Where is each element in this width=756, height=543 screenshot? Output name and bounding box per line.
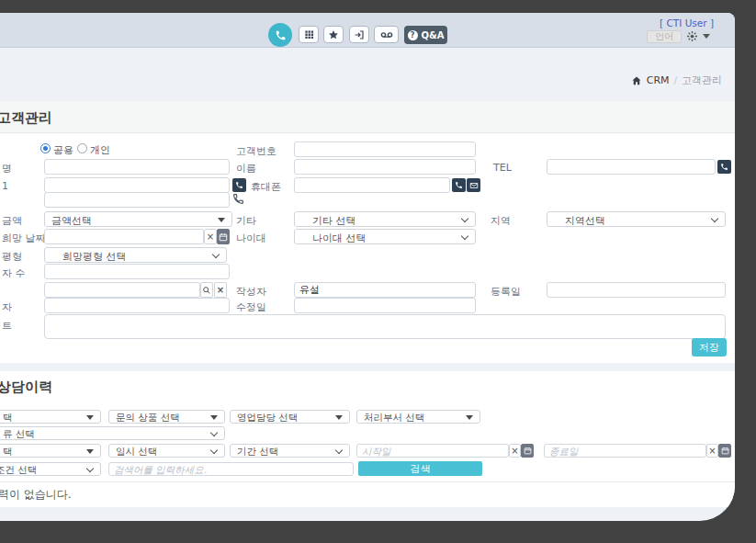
dial-button[interactable]: [268, 23, 292, 47]
phone-icon: [455, 181, 463, 189]
size-select[interactable]: 희망평형 선택: [44, 247, 227, 263]
start-date-clear-button[interactable]: ×: [509, 444, 521, 458]
start-date-input[interactable]: [356, 444, 509, 458]
dropdown-arrow-icon: [86, 449, 94, 454]
hope-date-input[interactable]: [44, 229, 204, 244]
calendar-icon: [721, 447, 729, 455]
period-select[interactable]: 기간 선택: [230, 444, 350, 458]
hope-date-label-cut: 희망 날짜: [2, 232, 46, 245]
dropdown-arrow-icon: [466, 415, 473, 420]
age-select-value: 나이대 선택: [301, 232, 367, 244]
etc-select[interactable]: 기타 선택: [294, 211, 476, 227]
settings-button[interactable]: [686, 30, 698, 42]
radio-personal-label[interactable]: 개인: [90, 143, 110, 157]
product-select[interactable]: 문의 상품 선택: [108, 410, 225, 424]
etc-select-value: 기타 선택: [301, 215, 356, 227]
end-date-calendar-button[interactable]: [718, 444, 731, 458]
settings-caret-icon[interactable]: [703, 34, 710, 39]
sales-select[interactable]: 영업담당 선택: [230, 410, 350, 424]
category-select[interactable]: 류 선택: [0, 426, 225, 440]
reg-date-label: 등록일: [491, 285, 521, 299]
mod-date-input[interactable]: [294, 298, 476, 313]
customer-name-label-cut: 명: [2, 162, 12, 175]
end-date-clear-button[interactable]: ×: [706, 444, 718, 458]
breadcrumb-root[interactable]: CRM: [647, 74, 670, 86]
radio-personal[interactable]: [77, 143, 87, 153]
close-icon: ×: [708, 446, 716, 456]
filter-select-1[interactable]: 택: [0, 410, 101, 424]
amount-select-value: 금액선택: [51, 215, 92, 227]
chevron-down-icon: [212, 251, 220, 258]
end-date-input[interactable]: [544, 444, 706, 458]
lookup-search-button[interactable]: [200, 282, 213, 298]
name-input[interactable]: [294, 159, 476, 175]
filter-select-3-value: 택: [3, 446, 13, 457]
mobile-sms-button[interactable]: [467, 178, 480, 192]
filter-select-3[interactable]: 택: [0, 444, 101, 458]
breadcrumb: CRM / 고객관리: [631, 74, 722, 87]
reg-date-input[interactable]: [547, 282, 726, 298]
tel1-input[interactable]: [44, 177, 230, 193]
hope-date-calendar-button[interactable]: [217, 229, 230, 244]
qa-button[interactable]: ? Q&A: [404, 26, 447, 44]
size-select-value: 희망평형 선택: [51, 251, 127, 263]
dept-select[interactable]: 처리부서 선택: [356, 410, 480, 424]
count-input[interactable]: [44, 264, 230, 279]
tel1-dial-button[interactable]: [232, 178, 246, 192]
age-select[interactable]: 나이대 선택: [294, 229, 476, 244]
result-divider: [0, 481, 735, 482]
memo-textarea[interactable]: [44, 314, 726, 339]
customer-panel-header: 고객관리: [0, 101, 735, 133]
hope-date-clear-button[interactable]: ×: [204, 229, 217, 244]
name-label: 이름: [236, 162, 256, 175]
radio-shared[interactable]: [40, 143, 51, 153]
lookup-clear-button[interactable]: ×: [214, 282, 227, 298]
mobile-input[interactable]: [294, 177, 450, 193]
keyword-input[interactable]: [108, 462, 354, 476]
chevron-down-icon: [461, 215, 468, 222]
dropdown-arrow-icon: [335, 415, 343, 420]
apps-button[interactable]: [299, 26, 319, 43]
sales-select-value: 영업담당 선택: [237, 412, 298, 423]
favorites-button[interactable]: [323, 26, 344, 43]
category-select-value: 류 선택: [3, 428, 35, 439]
language-button[interactable]: 언어: [647, 30, 682, 43]
tel-input[interactable]: [547, 159, 716, 175]
tel-label: TEL: [493, 162, 512, 174]
save-button[interactable]: 저장: [692, 338, 727, 356]
search-icon: [202, 286, 211, 295]
login-button[interactable]: [349, 26, 369, 43]
etc-label: 기타: [236, 214, 256, 228]
home-icon: [631, 75, 642, 86]
start-date-calendar-button[interactable]: [521, 444, 534, 458]
region-select[interactable]: 지역선택: [547, 211, 726, 227]
phone-icon: [235, 181, 243, 189]
voicemail-button[interactable]: [374, 26, 399, 43]
size-label-cut: 평형: [2, 250, 22, 264]
search-button[interactable]: 검색: [358, 461, 482, 476]
top-toolbar: ? Q&A [ CTI User ] 언어: [0, 13, 735, 48]
qa-button-label: Q&A: [422, 30, 445, 40]
tel2-input[interactable]: [44, 192, 230, 208]
lookup-input[interactable]: [44, 282, 200, 298]
count-label-cut: 자 수: [2, 266, 26, 280]
radio-shared-label[interactable]: 공용: [53, 143, 73, 157]
star-icon: [328, 29, 339, 40]
dept-select-value: 처리부서 선택: [364, 412, 424, 423]
condition-select[interactable]: 조건 선택: [0, 462, 101, 476]
writer-input[interactable]: [294, 282, 476, 298]
customer-name-input[interactable]: [44, 159, 230, 175]
chevron-down-icon: [461, 232, 468, 240]
question-icon: ?: [408, 30, 418, 40]
customer-no-input[interactable]: [294, 141, 476, 157]
cti-user-link[interactable]: [ CTI User ]: [660, 17, 714, 28]
datetime-select[interactable]: 일시 선택: [108, 444, 225, 458]
tel-dial-button[interactable]: [717, 160, 731, 174]
amount-select[interactable]: 금액선택: [44, 211, 232, 227]
customer-panel: 고객관리 공용 개인 고객번호 명 이름 TEL 1: [0, 101, 735, 363]
mobile-dial-button[interactable]: [452, 178, 466, 192]
age-label: 나이대: [236, 232, 266, 245]
consult-panel-title: 상담이력: [0, 379, 52, 396]
intro-label-cut: 자: [2, 300, 12, 314]
intro-input[interactable]: [44, 298, 230, 313]
